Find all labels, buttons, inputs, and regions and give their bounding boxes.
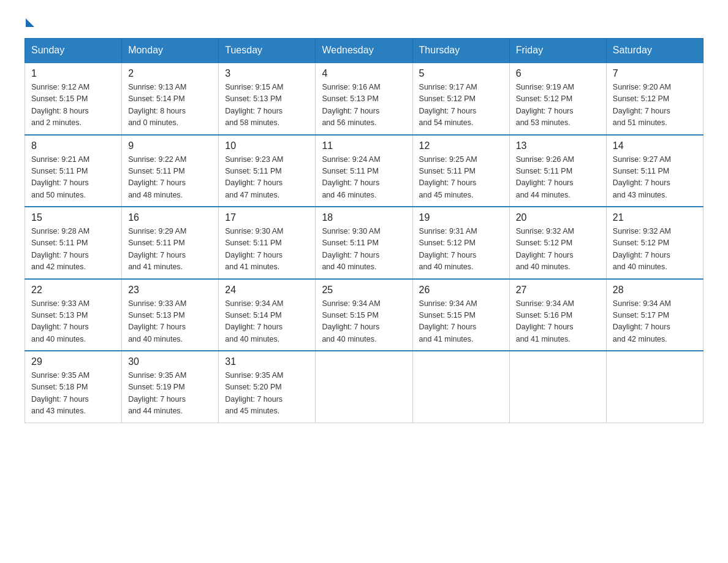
day-info: Sunrise: 9:21 AMSunset: 5:11 PMDaylight:… xyxy=(31,155,89,199)
day-number: 31 xyxy=(225,356,309,367)
day-info: Sunrise: 9:22 AMSunset: 5:11 PMDaylight:… xyxy=(128,155,186,199)
page-header xyxy=(25,18,703,26)
calendar-day-cell: 28 Sunrise: 9:34 AMSunset: 5:17 PMDaylig… xyxy=(606,279,703,351)
day-info: Sunrise: 9:34 AMSunset: 5:14 PMDaylight:… xyxy=(225,299,283,343)
day-number: 25 xyxy=(322,285,406,296)
day-info: Sunrise: 9:35 AMSunset: 5:20 PMDaylight:… xyxy=(225,371,283,415)
logo xyxy=(25,18,34,26)
calendar-day-cell: 18 Sunrise: 9:30 AMSunset: 5:11 PMDaylig… xyxy=(316,207,412,279)
calendar-day-cell: 14 Sunrise: 9:27 AMSunset: 5:11 PMDaylig… xyxy=(606,135,703,207)
day-info: Sunrise: 9:27 AMSunset: 5:11 PMDaylight:… xyxy=(613,155,671,199)
day-number: 10 xyxy=(225,140,309,151)
calendar-day-cell: 21 Sunrise: 9:32 AMSunset: 5:12 PMDaylig… xyxy=(606,207,703,279)
day-number: 19 xyxy=(419,212,503,223)
day-number: 23 xyxy=(128,285,212,296)
day-number: 2 xyxy=(128,68,212,79)
day-number: 5 xyxy=(419,68,503,79)
calendar-day-cell: 22 Sunrise: 9:33 AMSunset: 5:13 PMDaylig… xyxy=(25,279,122,351)
day-info: Sunrise: 9:34 AMSunset: 5:17 PMDaylight:… xyxy=(613,299,671,343)
day-of-week-header: Monday xyxy=(122,39,219,63)
day-number: 8 xyxy=(31,140,115,151)
calendar-day-cell: 7 Sunrise: 9:20 AMSunset: 5:12 PMDayligh… xyxy=(606,63,703,135)
day-info: Sunrise: 9:20 AMSunset: 5:12 PMDaylight:… xyxy=(613,83,671,127)
day-info: Sunrise: 9:31 AMSunset: 5:12 PMDaylight:… xyxy=(419,227,477,271)
day-info: Sunrise: 9:28 AMSunset: 5:11 PMDaylight:… xyxy=(31,227,89,271)
day-info: Sunrise: 9:33 AMSunset: 5:13 PMDaylight:… xyxy=(128,299,186,343)
day-number: 13 xyxy=(516,140,600,151)
day-number: 26 xyxy=(419,285,503,296)
day-number: 27 xyxy=(516,285,600,296)
calendar-day-cell: 25 Sunrise: 9:34 AMSunset: 5:15 PMDaylig… xyxy=(316,279,412,351)
calendar-day-cell: 15 Sunrise: 9:28 AMSunset: 5:11 PMDaylig… xyxy=(25,207,122,279)
calendar-week-row: 8 Sunrise: 9:21 AMSunset: 5:11 PMDayligh… xyxy=(25,135,703,207)
day-number: 22 xyxy=(31,285,115,296)
day-info: Sunrise: 9:30 AMSunset: 5:11 PMDaylight:… xyxy=(225,227,283,271)
day-number: 20 xyxy=(516,212,600,223)
day-info: Sunrise: 9:32 AMSunset: 5:12 PMDaylight:… xyxy=(516,227,574,271)
day-info: Sunrise: 9:15 AMSunset: 5:13 PMDaylight:… xyxy=(225,83,283,127)
day-number: 11 xyxy=(322,140,406,151)
calendar-week-row: 22 Sunrise: 9:33 AMSunset: 5:13 PMDaylig… xyxy=(25,279,703,351)
calendar-week-row: 15 Sunrise: 9:28 AMSunset: 5:11 PMDaylig… xyxy=(25,207,703,279)
calendar-table: SundayMondayTuesdayWednesdayThursdayFrid… xyxy=(25,38,703,423)
day-number: 9 xyxy=(128,140,212,151)
calendar-day-cell xyxy=(316,351,412,423)
day-info: Sunrise: 9:34 AMSunset: 5:15 PMDaylight:… xyxy=(419,299,477,343)
day-of-week-header: Sunday xyxy=(25,39,122,63)
logo-triangle-icon xyxy=(26,18,34,27)
day-info: Sunrise: 9:34 AMSunset: 5:16 PMDaylight:… xyxy=(516,299,574,343)
calendar-day-cell: 9 Sunrise: 9:22 AMSunset: 5:11 PMDayligh… xyxy=(122,135,219,207)
calendar-week-row: 29 Sunrise: 9:35 AMSunset: 5:18 PMDaylig… xyxy=(25,351,703,423)
day-info: Sunrise: 9:35 AMSunset: 5:19 PMDaylight:… xyxy=(128,371,186,415)
calendar-day-cell: 20 Sunrise: 9:32 AMSunset: 5:12 PMDaylig… xyxy=(509,207,606,279)
day-info: Sunrise: 9:30 AMSunset: 5:11 PMDaylight:… xyxy=(322,227,380,271)
day-info: Sunrise: 9:12 AMSunset: 5:15 PMDaylight:… xyxy=(31,83,89,127)
calendar-day-cell: 2 Sunrise: 9:13 AMSunset: 5:14 PMDayligh… xyxy=(122,63,219,135)
day-number: 18 xyxy=(322,212,406,223)
calendar-day-cell: 23 Sunrise: 9:33 AMSunset: 5:13 PMDaylig… xyxy=(122,279,219,351)
day-info: Sunrise: 9:16 AMSunset: 5:13 PMDaylight:… xyxy=(322,83,380,127)
day-info: Sunrise: 9:25 AMSunset: 5:11 PMDaylight:… xyxy=(419,155,477,199)
day-of-week-header: Saturday xyxy=(606,39,703,63)
calendar-day-cell: 27 Sunrise: 9:34 AMSunset: 5:16 PMDaylig… xyxy=(509,279,606,351)
calendar-day-cell: 1 Sunrise: 9:12 AMSunset: 5:15 PMDayligh… xyxy=(25,63,122,135)
calendar-day-cell: 6 Sunrise: 9:19 AMSunset: 5:12 PMDayligh… xyxy=(509,63,606,135)
calendar-header-row: SundayMondayTuesdayWednesdayThursdayFrid… xyxy=(25,39,703,63)
calendar-day-cell: 3 Sunrise: 9:15 AMSunset: 5:13 PMDayligh… xyxy=(219,63,316,135)
day-of-week-header: Thursday xyxy=(412,39,509,63)
day-of-week-header: Tuesday xyxy=(219,39,316,63)
calendar-day-cell: 31 Sunrise: 9:35 AMSunset: 5:20 PMDaylig… xyxy=(219,351,316,423)
calendar-day-cell: 13 Sunrise: 9:26 AMSunset: 5:11 PMDaylig… xyxy=(509,135,606,207)
day-info: Sunrise: 9:24 AMSunset: 5:11 PMDaylight:… xyxy=(322,155,380,199)
day-number: 24 xyxy=(225,285,309,296)
day-info: Sunrise: 9:19 AMSunset: 5:12 PMDaylight:… xyxy=(516,83,574,127)
day-info: Sunrise: 9:17 AMSunset: 5:12 PMDaylight:… xyxy=(419,83,477,127)
calendar-day-cell: 17 Sunrise: 9:30 AMSunset: 5:11 PMDaylig… xyxy=(219,207,316,279)
day-number: 30 xyxy=(128,356,212,367)
calendar-day-cell xyxy=(606,351,703,423)
day-number: 28 xyxy=(613,285,697,296)
calendar-week-row: 1 Sunrise: 9:12 AMSunset: 5:15 PMDayligh… xyxy=(25,63,703,135)
day-number: 16 xyxy=(128,212,212,223)
day-number: 14 xyxy=(613,140,697,151)
calendar-day-cell: 19 Sunrise: 9:31 AMSunset: 5:12 PMDaylig… xyxy=(412,207,509,279)
calendar-day-cell: 4 Sunrise: 9:16 AMSunset: 5:13 PMDayligh… xyxy=(316,63,412,135)
calendar-day-cell: 5 Sunrise: 9:17 AMSunset: 5:12 PMDayligh… xyxy=(412,63,509,135)
day-number: 1 xyxy=(31,68,115,79)
day-number: 3 xyxy=(225,68,309,79)
calendar-day-cell: 29 Sunrise: 9:35 AMSunset: 5:18 PMDaylig… xyxy=(25,351,122,423)
day-info: Sunrise: 9:13 AMSunset: 5:14 PMDaylight:… xyxy=(128,83,186,127)
calendar-day-cell: 8 Sunrise: 9:21 AMSunset: 5:11 PMDayligh… xyxy=(25,135,122,207)
calendar-day-cell xyxy=(509,351,606,423)
calendar-day-cell xyxy=(412,351,509,423)
day-info: Sunrise: 9:32 AMSunset: 5:12 PMDaylight:… xyxy=(613,227,671,271)
day-info: Sunrise: 9:26 AMSunset: 5:11 PMDaylight:… xyxy=(516,155,574,199)
calendar-day-cell: 10 Sunrise: 9:23 AMSunset: 5:11 PMDaylig… xyxy=(219,135,316,207)
day-info: Sunrise: 9:35 AMSunset: 5:18 PMDaylight:… xyxy=(31,371,89,415)
calendar-day-cell: 11 Sunrise: 9:24 AMSunset: 5:11 PMDaylig… xyxy=(316,135,412,207)
day-info: Sunrise: 9:33 AMSunset: 5:13 PMDaylight:… xyxy=(31,299,89,343)
calendar-day-cell: 30 Sunrise: 9:35 AMSunset: 5:19 PMDaylig… xyxy=(122,351,219,423)
day-number: 15 xyxy=(31,212,115,223)
day-number: 21 xyxy=(613,212,697,223)
calendar-day-cell: 16 Sunrise: 9:29 AMSunset: 5:11 PMDaylig… xyxy=(122,207,219,279)
